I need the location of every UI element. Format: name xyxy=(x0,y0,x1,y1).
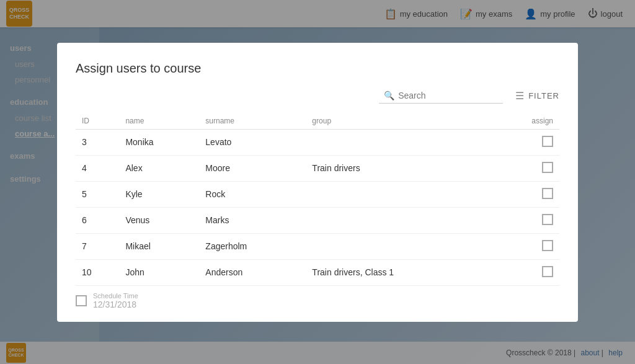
cell-surname: Anderson xyxy=(199,259,306,285)
assign-users-modal: Assign users to course 🔍 ☰ FILTER ID nam… xyxy=(57,43,578,322)
assign-checkbox[interactable] xyxy=(542,240,553,251)
search-icon: 🔍 xyxy=(384,91,394,100)
cell-group xyxy=(306,233,492,259)
cell-group: Train drivers xyxy=(306,155,492,181)
col-group: group xyxy=(306,113,492,130)
cell-surname: Moore xyxy=(199,155,306,181)
cell-id: 5 xyxy=(76,181,119,207)
cell-group: Train drivers, Class 1 xyxy=(306,259,492,285)
cell-assign xyxy=(492,129,559,155)
cell-surname: Levato xyxy=(199,129,306,155)
users-table: ID name surname group assign 3 Monika Le… xyxy=(76,113,559,286)
cell-id: 4 xyxy=(76,155,119,181)
cell-group xyxy=(306,181,492,207)
table-row: 4 Alex Moore Train drivers xyxy=(76,155,559,181)
cell-id: 3 xyxy=(76,129,119,155)
cell-id: 6 xyxy=(76,207,119,233)
cell-group xyxy=(306,129,492,155)
cell-assign xyxy=(492,207,559,233)
modal-footer: Schedule Time 12/31/2018 xyxy=(76,292,559,309)
assign-checkbox[interactable] xyxy=(542,136,553,147)
cell-name: John xyxy=(119,259,199,285)
filter-button[interactable]: ☰ FILTER xyxy=(515,90,559,102)
schedule-time-label: Schedule Time xyxy=(93,292,138,300)
cell-surname: Rock xyxy=(199,181,306,207)
col-assign: assign xyxy=(492,113,559,130)
table-row: 7 Mikael Zagerholm xyxy=(76,233,559,259)
cell-name: Kyle xyxy=(119,181,199,207)
search-input-wrap[interactable]: 🔍 xyxy=(379,88,503,104)
table-row: 6 Venus Marks xyxy=(76,207,559,233)
cell-surname: Marks xyxy=(199,207,306,233)
cell-name: Venus xyxy=(119,207,199,233)
schedule-checkbox[interactable] xyxy=(76,295,87,306)
search-bar: 🔍 ☰ FILTER xyxy=(76,88,559,104)
col-name: name xyxy=(119,113,199,130)
cell-surname: Zagerholm xyxy=(199,233,306,259)
modal-title: Assign users to course xyxy=(76,61,559,76)
search-input[interactable] xyxy=(398,91,504,100)
col-id: ID xyxy=(76,113,119,130)
cell-assign xyxy=(492,259,559,285)
cell-assign xyxy=(492,155,559,181)
cell-name: Alex xyxy=(119,155,199,181)
filter-icon: ☰ xyxy=(515,90,525,102)
schedule-time-block: Schedule Time 12/31/2018 xyxy=(93,292,138,309)
footer-checkbox-area: Schedule Time 12/31/2018 xyxy=(76,292,138,309)
filter-label: FILTER xyxy=(528,91,559,100)
assign-checkbox[interactable] xyxy=(542,266,553,277)
cell-assign xyxy=(492,181,559,207)
table-header-row: ID name surname group assign xyxy=(76,113,559,130)
cell-id: 10 xyxy=(76,259,119,285)
col-surname: surname xyxy=(199,113,306,130)
cell-name: Monika xyxy=(119,129,199,155)
cell-name: Mikael xyxy=(119,233,199,259)
schedule-time-value: 12/31/2018 xyxy=(93,300,138,309)
cell-group xyxy=(306,207,492,233)
cell-id: 7 xyxy=(76,233,119,259)
assign-checkbox[interactable] xyxy=(542,214,553,225)
table-row: 5 Kyle Rock xyxy=(76,181,559,207)
assign-checkbox[interactable] xyxy=(542,162,553,173)
assign-checkbox[interactable] xyxy=(542,188,553,199)
table-row: 3 Monika Levato xyxy=(76,129,559,155)
table-row: 10 John Anderson Train drivers, Class 1 xyxy=(76,259,559,285)
cell-assign xyxy=(492,233,559,259)
